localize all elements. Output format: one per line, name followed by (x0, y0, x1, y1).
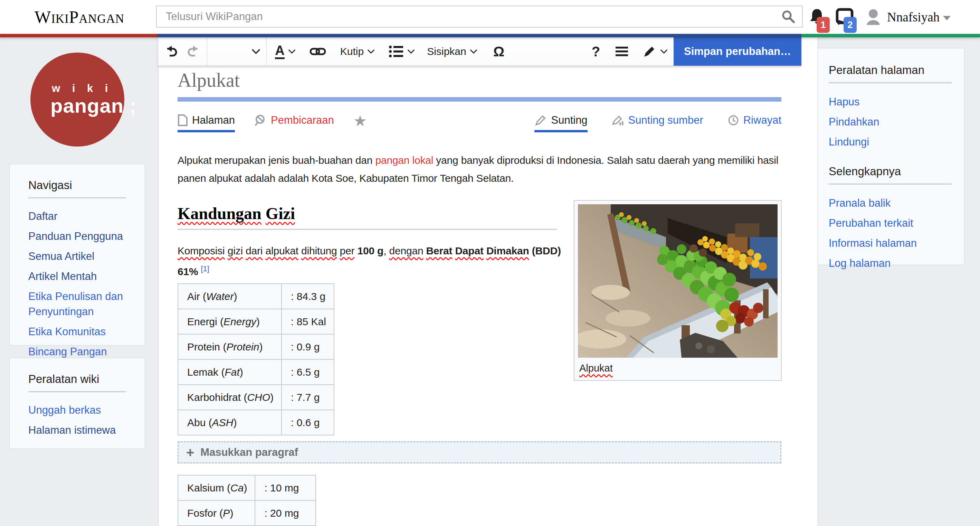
cite-dropdown[interactable]: Kutip (332, 37, 383, 66)
notifications-alerts-button[interactable]: 1 (808, 8, 826, 26)
tab-halaman[interactable]: Halaman (178, 114, 235, 132)
text-style-dropdown[interactable]: A (267, 37, 304, 66)
page-tools-links: HapusPindahkanLindungi (829, 94, 952, 150)
fruit-stall-photo (578, 204, 778, 358)
link-button[interactable] (304, 37, 332, 66)
search-icon (781, 9, 796, 24)
sidebar-link[interactable]: Pranala balik (829, 196, 952, 211)
navigation-links: DaftarPanduan PenggunaSemua ArtikelArtik… (28, 209, 126, 359)
more-heading: Selengkapnya (829, 165, 952, 178)
bullet-list-icon (388, 44, 404, 59)
table-row: Protein (Protein): 0.9 g (178, 334, 334, 359)
site-wordmark[interactable]: WikiPangan (35, 0, 124, 34)
heading-rule (178, 229, 557, 230)
editing-mode-dropdown[interactable] (636, 37, 674, 66)
sidebar-link[interactable]: Hapus (829, 94, 952, 110)
page-tools-panel: Peralatan halaman HapusPindahkanLindungi… (808, 48, 964, 265)
undo-button[interactable] (158, 37, 182, 66)
komposisi-paragraph: Komposisi gizi dari alpukat dihitung per… (178, 242, 575, 281)
sidebar-link[interactable]: Etika Penulisan dan Penyuntingan (28, 289, 126, 319)
history-clock-icon (727, 115, 739, 126)
undo-icon (162, 43, 178, 59)
sidebar-link[interactable]: Etika Komunitas (28, 324, 126, 340)
sidebar-link[interactable]: Bincang Pangan (28, 344, 126, 359)
insert-paragraph-placeholder[interactable]: + Masukkan paragraf (178, 442, 781, 464)
save-changes-button[interactable]: Simpan perubahan… (674, 37, 802, 66)
insert-dropdown[interactable]: Sisipkan (419, 37, 485, 66)
reference-link[interactable]: [1] (201, 265, 209, 273)
edit-pencil-icon (535, 114, 547, 126)
more-links: Pranala balikPerubahan terkaitInformasi … (829, 196, 952, 271)
heading-rule (829, 82, 952, 83)
page-tabs: Halaman Pembicaraan ★ Sunting Sunting su… (178, 114, 781, 135)
red-link[interactable]: pangan lokal (375, 155, 433, 166)
chevron-down-icon (660, 49, 668, 54)
paragraph-format-dropdown[interactable] (207, 37, 266, 66)
sidebar-link[interactable]: Halaman istimewa (28, 423, 126, 438)
watch-star-icon[interactable]: ★ (353, 114, 367, 128)
wiki-tools-box: Peralatan wiki Unggah berkasHalaman isti… (10, 358, 145, 449)
navigation-heading: Navigasi (28, 179, 126, 192)
personal-tools: 1 2 Nnafsiyah (808, 0, 980, 34)
table-row: Kalsium (Ca): 10 mg (178, 475, 316, 500)
user-avatar-icon (864, 8, 883, 26)
chevron-down-icon (251, 48, 261, 54)
title-underline-bar (178, 97, 781, 102)
article-figure[interactable]: Alpukat (574, 200, 782, 381)
search-bar[interactable] (156, 6, 803, 28)
link-icon (309, 45, 326, 58)
heading-rule (829, 183, 952, 185)
search-input[interactable] (157, 10, 775, 23)
table-row: Karbohidrat (CHO): 7.7 g (178, 385, 334, 410)
navigation-box: Navigasi DaftarPanduan PenggunaSemua Art… (10, 164, 145, 346)
page-tools-heading: Peralatan halaman (829, 64, 952, 77)
sidebar-link[interactable]: Pindahkan (829, 115, 952, 130)
wiki-tools-links: Unggah berkasHalaman istimewa (28, 403, 126, 438)
tab-riwayat[interactable]: Riwayat (727, 114, 781, 130)
help-button[interactable]: ? (584, 37, 607, 66)
stripe-green (802, 34, 980, 37)
table-row: Energi (Energy): 85 Kal (178, 309, 334, 334)
sidebar-link[interactable]: Panduan Pengguna (28, 229, 126, 244)
messages-count-badge: 2 (843, 17, 857, 33)
sidebar-link[interactable]: Unggah berkas (28, 403, 126, 418)
text-style-icon: A (275, 44, 284, 59)
sidebar-link[interactable]: Daftar (28, 209, 126, 224)
sidebar-link[interactable]: Log halaman (829, 256, 952, 271)
search-button[interactable] (775, 6, 802, 27)
sidebar-link[interactable]: Lindungi (829, 134, 952, 150)
heading-rule (28, 391, 126, 392)
list-format-dropdown[interactable] (383, 37, 419, 66)
special-character-button[interactable]: Ω (485, 37, 512, 66)
chevron-down-icon (407, 49, 415, 54)
table-row: Fosfor (P): 20 mg (178, 500, 316, 526)
help-icon: ? (592, 44, 600, 59)
intro-paragraph: Alpukat merupakan jenis buah-buahan dan … (178, 151, 786, 187)
chevron-down-icon (367, 49, 375, 54)
page-title: Alpukat (178, 69, 240, 91)
stripe-red (0, 34, 157, 37)
sidebar-link[interactable]: Semua Artikel (28, 249, 126, 264)
username-menu[interactable]: Nnafsiyah (887, 10, 940, 24)
table-row: Lemak (Fat): 6.5 g (178, 359, 334, 385)
table-row: Abu (ASH): 0.6 g (178, 410, 334, 435)
alerts-count-badge: 1 (817, 17, 830, 33)
sidebar-link[interactable]: Informasi halaman (829, 236, 952, 251)
page-options-menu-button[interactable] (607, 37, 636, 66)
redo-icon (186, 43, 202, 59)
visual-editor-toolbar: A Kutip Sisipkan Ω ? Simpan perubahan… (158, 37, 802, 66)
tab-sunting-sumber[interactable]: Sunting sumber (612, 114, 703, 130)
sidebar-link[interactable]: Perubahan terkait (829, 216, 952, 231)
action-tabs: Sunting Sunting sumber Riwayat (535, 114, 781, 132)
omega-icon: Ω (493, 44, 504, 59)
redo-button[interactable] (182, 37, 207, 66)
chevron-down-icon (470, 49, 477, 54)
plus-icon: + (186, 445, 194, 459)
tab-pembicaraan[interactable]: Pembicaraan (254, 114, 334, 130)
notifications-messages-button[interactable]: 2 (835, 8, 854, 26)
hamburger-menu-icon (615, 46, 629, 57)
tab-sunting[interactable]: Sunting (535, 114, 587, 132)
chevron-down-icon (288, 49, 296, 54)
talk-bubble-icon (254, 114, 267, 126)
sidebar-link[interactable]: Artikel Mentah (28, 269, 126, 284)
